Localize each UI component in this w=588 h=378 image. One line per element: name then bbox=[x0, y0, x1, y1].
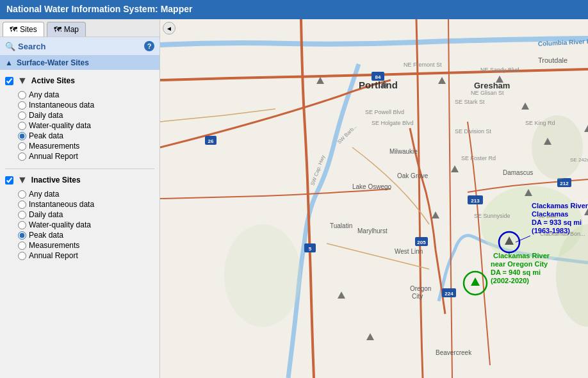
svg-text:Oregon: Oregon bbox=[410, 285, 431, 292]
svg-text:NE Fremont St: NE Fremont St bbox=[404, 62, 442, 68]
search-icon: 🔍 bbox=[5, 42, 15, 51]
inactive-water-quality-radio[interactable] bbox=[18, 221, 26, 229]
help-button[interactable]: ? bbox=[144, 41, 154, 51]
inactive-peak-label: Peak data bbox=[29, 231, 63, 240]
active-water-quality-radio[interactable] bbox=[18, 122, 26, 130]
inactive-water-quality-option: Water-quality data bbox=[18, 220, 154, 229]
inactive-peak-radio[interactable] bbox=[18, 231, 26, 240]
inactive-sites-options: Any data Instantaneous data Daily data W… bbox=[18, 190, 154, 260]
active-sites-header: ▼ Active Sites bbox=[5, 75, 154, 86]
svg-text:5: 5 bbox=[309, 246, 312, 252]
left-panel: 🗺 Sites 🗺 Map 🔍 Search ? ▲ Surface-Water… bbox=[0, 19, 160, 378]
svg-text:Lake Oswego: Lake Oswego bbox=[352, 183, 392, 190]
active-sites-label: Active Sites bbox=[31, 76, 75, 85]
inactive-sites-label: Inactive Sites bbox=[31, 176, 81, 185]
search-area: 🔍 Search ? bbox=[0, 37, 159, 56]
active-measurements-option: Measurements bbox=[18, 142, 154, 151]
active-any-option: Any data bbox=[18, 90, 154, 99]
map-tab-icon: 🗺 bbox=[54, 25, 61, 34]
svg-text:Oak Grove: Oak Grove bbox=[397, 172, 429, 179]
active-daily-label: Daily data bbox=[29, 111, 63, 120]
tab-sites[interactable]: 🗺 Sites bbox=[3, 22, 44, 37]
inactive-measurements-radio[interactable] bbox=[18, 242, 26, 250]
svg-text:Beavercreek: Beavercreek bbox=[436, 349, 472, 356]
active-instantaneous-option: Instantaneous data bbox=[18, 101, 154, 110]
active-daily-radio[interactable] bbox=[18, 111, 26, 120]
back-button[interactable]: ◄ bbox=[163, 22, 176, 35]
svg-text:213: 213 bbox=[471, 198, 480, 204]
active-peak-option: Peak data bbox=[18, 131, 154, 140]
inactive-marker-icon: ▼ bbox=[17, 174, 28, 186]
svg-point-18 bbox=[224, 224, 301, 327]
inactive-peak-option: Peak data bbox=[18, 231, 154, 240]
inactive-daily-label: Daily data bbox=[29, 210, 63, 219]
svg-text:DA = 933 sq mi: DA = 933 sq mi bbox=[532, 218, 582, 226]
svg-text:224: 224 bbox=[445, 291, 453, 297]
inactive-annual-radio[interactable] bbox=[18, 252, 26, 260]
svg-text:(2002-2020): (2002-2020) bbox=[491, 277, 529, 284]
svg-text:NE Glisan St: NE Glisan St bbox=[471, 90, 504, 96]
inactive-annual-label: Annual Report bbox=[29, 251, 78, 260]
active-sites-group: ▼ Active Sites Any data Instantaneous da… bbox=[5, 75, 154, 161]
active-any-label: Any data bbox=[29, 90, 59, 99]
active-daily-option: Daily data bbox=[18, 111, 154, 120]
sites-content: ▼ Active Sites Any data Instantaneous da… bbox=[0, 70, 159, 378]
active-instantaneous-radio[interactable] bbox=[18, 101, 26, 110]
divider bbox=[5, 168, 154, 169]
svg-text:SE Stark St: SE Stark St bbox=[455, 99, 485, 105]
active-peak-label: Peak data bbox=[29, 131, 63, 140]
svg-text:Tualatin: Tualatin bbox=[330, 222, 352, 229]
inactive-sites-header: ▼ Inactive Sites bbox=[5, 174, 154, 186]
svg-text:Milwaukie: Milwaukie bbox=[389, 148, 418, 155]
inactive-sites-checkbox[interactable] bbox=[5, 176, 13, 185]
inactive-daily-option: Daily data bbox=[18, 210, 154, 219]
inactive-instantaneous-label: Instantaneous data bbox=[29, 200, 94, 209]
inactive-annual-option: Annual Report bbox=[18, 251, 154, 260]
active-sites-options: Any data Instantaneous data Daily data W… bbox=[18, 90, 154, 161]
tab-bar: 🗺 Sites 🗺 Map bbox=[0, 19, 159, 37]
svg-text:near Oregon City: near Oregon City bbox=[491, 260, 548, 268]
active-measurements-radio[interactable] bbox=[18, 142, 26, 151]
surface-water-title: Surface-Water Sites bbox=[17, 58, 89, 67]
inactive-instantaneous-option: Instantaneous data bbox=[18, 200, 154, 209]
svg-text:SE Division St: SE Division St bbox=[455, 128, 492, 135]
active-any-radio[interactable] bbox=[18, 91, 26, 99]
inactive-sites-group: ▼ Inactive Sites Any data Instantaneous … bbox=[5, 174, 154, 260]
svg-text:West Linn: West Linn bbox=[395, 248, 423, 255]
inactive-instantaneous-radio[interactable] bbox=[18, 201, 26, 209]
active-sites-checkbox[interactable] bbox=[5, 77, 13, 85]
svg-text:Troutdale: Troutdale bbox=[538, 56, 568, 64]
inactive-daily-radio[interactable] bbox=[18, 211, 26, 219]
surface-water-header: ▲ Surface-Water Sites bbox=[0, 56, 159, 70]
map-tab-label: Map bbox=[64, 25, 79, 34]
title-bar: National Water Information System: Mappe… bbox=[0, 0, 588, 19]
active-peak-radio[interactable] bbox=[18, 132, 26, 140]
app-title: National Water Information System: Mappe… bbox=[6, 4, 192, 14]
collapse-icon: ▲ bbox=[5, 58, 13, 67]
inactive-measurements-label: Measurements bbox=[29, 241, 79, 250]
svg-text:SE Holgate Blvd: SE Holgate Blvd bbox=[372, 120, 414, 126]
search-label: 🔍 Search bbox=[5, 42, 45, 51]
inactive-any-radio[interactable] bbox=[18, 190, 26, 199]
svg-text:Marylhurst: Marylhurst bbox=[357, 227, 388, 234]
svg-text:City: City bbox=[412, 293, 423, 300]
svg-text:Clackamas River: Clackamas River bbox=[493, 252, 550, 259]
inactive-any-label: Any data bbox=[29, 190, 59, 199]
map-area[interactable]: ◄ bbox=[160, 19, 588, 378]
active-annual-label: Annual Report bbox=[29, 152, 78, 161]
svg-text:212: 212 bbox=[560, 181, 569, 186]
svg-text:Clackamas River at: Clackamas River at bbox=[532, 202, 588, 210]
inactive-any-option: Any data bbox=[18, 190, 154, 199]
svg-text:SE 242nd: SE 242nd bbox=[570, 157, 588, 163]
svg-text:26: 26 bbox=[208, 138, 214, 144]
inactive-measurements-option: Measurements bbox=[18, 241, 154, 250]
active-annual-radio[interactable] bbox=[18, 152, 26, 161]
svg-text:DA = 940 sq mi: DA = 940 sq mi bbox=[491, 268, 541, 276]
inactive-water-quality-label: Water-quality data bbox=[29, 220, 91, 229]
svg-text:SE Sunnyside: SE Sunnyside bbox=[474, 213, 510, 219]
tab-map[interactable]: 🗺 Map bbox=[47, 22, 86, 37]
svg-text:SE Powell Blvd: SE Powell Blvd bbox=[365, 109, 404, 115]
svg-text:Damascus: Damascus bbox=[503, 169, 533, 176]
svg-text:SE King Rd: SE King Rd bbox=[525, 120, 555, 126]
main-layout: 🗺 Sites 🗺 Map 🔍 Search ? ▲ Surface-Water… bbox=[0, 19, 588, 378]
